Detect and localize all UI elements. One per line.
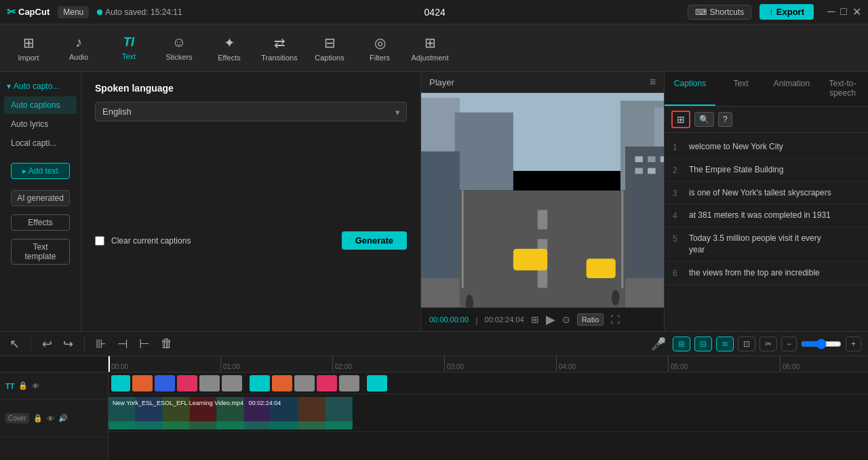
text-chip-12[interactable]: [367, 375, 387, 391]
close-icon[interactable]: ✕: [852, 5, 861, 18]
caption-delete-button[interactable]: 🗑: [850, 233, 860, 244]
video-clip[interactable]: New York_ESL_ESOL_EFL Learning Video.mp4…: [108, 397, 353, 429]
ratio-button[interactable]: Ratio: [577, 313, 604, 326]
lock-icon[interactable]: 🔒: [18, 381, 28, 390]
tab-captions[interactable]: Captions: [665, 72, 715, 106]
text-chip-10[interactable]: [317, 375, 337, 391]
maximize-icon[interactable]: □: [840, 5, 847, 18]
text-chip-1[interactable]: [111, 375, 130, 391]
clear-captions-checkbox[interactable]: [95, 236, 104, 246]
sidebar-ai-generated[interactable]: AI generated: [11, 190, 70, 206]
toolbar-import[interactable]: ⊞ Import: [4, 26, 53, 70]
toolbar-filters[interactable]: ◎ Filters: [355, 26, 404, 70]
toolbar-text[interactable]: TI Text: [104, 26, 153, 70]
sidebar-text-template[interactable]: Text template: [11, 239, 70, 265]
caption-item[interactable]: 4 at 381 meters it was completed in 1931…: [665, 204, 868, 227]
menu-button[interactable]: Menu: [58, 6, 89, 18]
lock-video-icon[interactable]: 🔒: [33, 414, 43, 423]
shortcuts-button[interactable]: ⌨ Shortcuts: [688, 5, 752, 20]
grid-view-icon[interactable]: ⊞: [531, 314, 539, 325]
audio-video-icon[interactable]: 🔊: [58, 414, 68, 423]
text-chip-5[interactable]: [199, 375, 220, 391]
text-chip-4[interactable]: [177, 375, 197, 391]
trim-left-tool[interactable]: ⊣: [115, 335, 131, 353]
sidebar-parent-auto-captions[interactable]: ▾ Auto capto...: [0, 77, 81, 95]
play-icon[interactable]: ▶: [546, 312, 555, 327]
redo-tool[interactable]: ↪: [60, 335, 76, 353]
playhead[interactable]: [108, 356, 110, 372]
fullscreen-icon[interactable]: ⛶: [610, 314, 620, 325]
caption-delete-button[interactable]: 🗑: [850, 141, 860, 152]
caption-add-button[interactable]: +: [842, 267, 848, 278]
adjustment-label: Adjustment: [411, 54, 448, 62]
zoom-fit-button[interactable]: ⊡: [738, 337, 755, 351]
caption-delete-button[interactable]: 🗑: [850, 210, 860, 221]
zoom-slider[interactable]: [801, 339, 842, 349]
caption-help-button[interactable]: ?: [718, 112, 732, 127]
visibility-video-icon[interactable]: 👁: [47, 415, 54, 423]
tab-text[interactable]: Text: [715, 72, 766, 106]
caption-item[interactable]: 5 Today 3.5 million people visit it ever…: [665, 227, 868, 262]
visibility-icon[interactable]: 👁: [32, 382, 39, 390]
zoom-in-button[interactable]: +: [846, 337, 861, 351]
plus-icon: +: [851, 339, 856, 349]
caption-settings-button[interactable]: ⊞: [671, 111, 690, 128]
sidebar-item-local-captions[interactable]: Local capti...: [4, 134, 77, 152]
generate-button[interactable]: Generate: [342, 231, 407, 250]
trim-right-tool[interactable]: ⊢: [136, 335, 153, 353]
language-select[interactable]: English Spanish French German Chinese Ja…: [95, 102, 407, 121]
mic-icon[interactable]: 🎤: [648, 335, 669, 353]
toolbar-effects[interactable]: ✦ Effects: [205, 26, 254, 70]
sidebar-item-auto-lyrics[interactable]: Auto lyrics: [4, 115, 77, 133]
split-tool[interactable]: ⊪: [93, 335, 109, 353]
sidebar-add-text[interactable]: ▸ Add text: [11, 163, 70, 179]
caption-add-button[interactable]: +: [842, 233, 848, 244]
caption-delete-button[interactable]: 🗑: [850, 267, 860, 278]
toolbar-transitions[interactable]: ⇄ Transitions: [255, 26, 304, 70]
sidebar-effects[interactable]: Effects: [11, 214, 70, 231]
caption-add-button[interactable]: +: [842, 187, 848, 198]
minimize-icon[interactable]: ─: [827, 5, 835, 18]
player-menu-icon[interactable]: ≡: [650, 76, 656, 88]
export-button[interactable]: ↑ Export: [760, 4, 814, 20]
caption-number: 5: [673, 234, 684, 244]
undo-tool[interactable]: ↩: [39, 335, 55, 353]
toolbar-stickers[interactable]: ☺ Stickers: [155, 26, 203, 70]
caption-search-button[interactable]: 🔍: [694, 112, 714, 127]
tab-text-to-speech[interactable]: Text-to-speech: [817, 72, 868, 106]
audio-wave-button[interactable]: ≋: [716, 337, 734, 351]
delete-tool[interactable]: 🗑: [158, 335, 176, 352]
link-icon: ⊟: [700, 339, 707, 349]
text-chip-11[interactable]: [339, 375, 359, 391]
caption-delete-button[interactable]: 🗑: [850, 164, 860, 175]
toolbar-audio[interactable]: ♪ Audio: [54, 26, 103, 70]
select-tool[interactable]: ↖: [7, 335, 22, 353]
ai-cutout-button[interactable]: ✂: [760, 337, 777, 351]
caption-item[interactable]: 2 The Empire State Building + 🗑: [665, 159, 868, 182]
snap-button[interactable]: ⊞: [673, 337, 690, 351]
caption-add-button[interactable]: +: [842, 210, 848, 221]
zoom-out-button[interactable]: −: [781, 337, 797, 351]
text-chip-2[interactable]: [132, 375, 153, 391]
text-chip-3[interactable]: [155, 375, 175, 391]
text-chip-9[interactable]: [294, 375, 315, 391]
text-chip-8[interactable]: [272, 375, 292, 391]
caption-number: 2: [673, 166, 684, 175]
caption-add-button[interactable]: +: [842, 141, 848, 152]
caption-delete-button[interactable]: 🗑: [850, 187, 860, 198]
sidebar-item-auto-captions[interactable]: Auto captions: [4, 96, 77, 114]
toolbar-adjustment[interactable]: ⊞ Adjustment: [406, 26, 454, 70]
caption-item[interactable]: 3 is one of New York's tallest skyscrape…: [665, 182, 868, 205]
toolbar-captions[interactable]: ⊟ Captions: [305, 26, 354, 70]
text-chip-6[interactable]: [222, 375, 242, 391]
effects-label: Effects: [218, 54, 240, 62]
tab-animation-label: Animation: [774, 79, 810, 88]
tab-animation[interactable]: Animation: [766, 72, 817, 106]
link-button[interactable]: ⊟: [694, 337, 712, 351]
main-content: ▾ Auto capto... Auto captions Auto lyric…: [0, 72, 868, 331]
text-chip-7[interactable]: [250, 375, 270, 391]
caption-item[interactable]: 6 the views from the top are incredible …: [665, 262, 868, 285]
screenshot-icon[interactable]: ⊙: [562, 314, 570, 325]
caption-add-button[interactable]: +: [842, 164, 848, 175]
caption-item[interactable]: 1 welcome to New York City + 🗑: [665, 136, 868, 159]
